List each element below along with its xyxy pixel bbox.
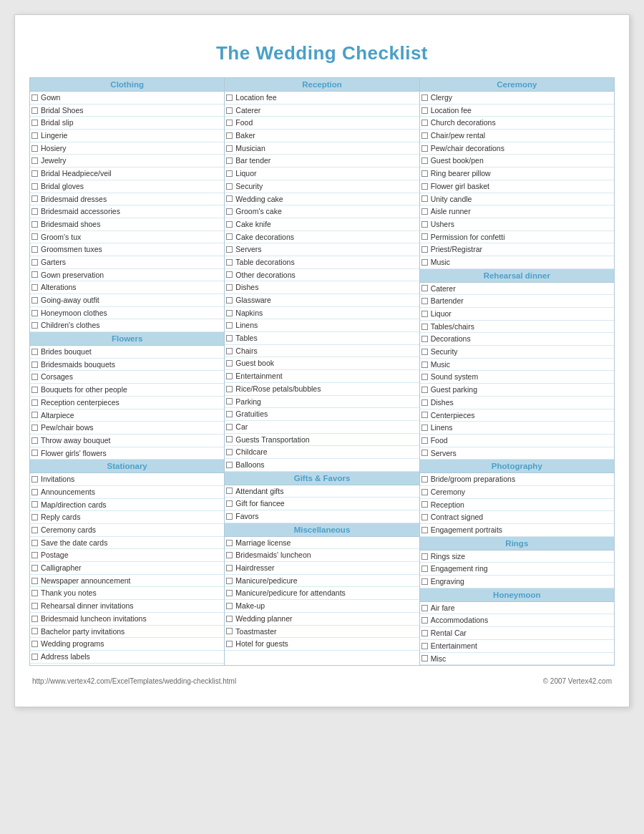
checkbox[interactable] xyxy=(226,513,233,520)
checkbox[interactable] xyxy=(226,271,233,278)
checkbox[interactable] xyxy=(31,514,38,520)
checkbox[interactable] xyxy=(31,527,38,533)
checkbox[interactable] xyxy=(421,514,428,520)
checkbox[interactable] xyxy=(421,145,428,152)
checkbox[interactable] xyxy=(31,233,38,240)
checkbox[interactable] xyxy=(226,233,233,240)
checkbox[interactable] xyxy=(31,145,38,152)
checkbox[interactable] xyxy=(226,578,233,584)
checkbox[interactable] xyxy=(421,349,428,355)
checkbox[interactable] xyxy=(421,246,428,253)
checkbox[interactable] xyxy=(31,628,38,634)
checkbox[interactable] xyxy=(226,246,233,253)
checkbox[interactable] xyxy=(421,501,428,508)
checkbox[interactable] xyxy=(226,183,233,190)
checkbox[interactable] xyxy=(226,590,233,596)
checkbox[interactable] xyxy=(31,362,38,368)
checkbox[interactable] xyxy=(226,322,233,329)
checkbox[interactable] xyxy=(31,450,38,456)
checkbox[interactable] xyxy=(421,107,428,114)
checkbox[interactable] xyxy=(226,107,233,114)
checkbox[interactable] xyxy=(31,565,38,571)
checkbox[interactable] xyxy=(31,221,38,228)
checkbox[interactable] xyxy=(421,450,428,456)
checkbox[interactable] xyxy=(421,489,428,495)
checkbox[interactable] xyxy=(31,552,38,558)
checkbox[interactable] xyxy=(226,310,233,316)
checkbox[interactable] xyxy=(421,553,428,560)
checkbox[interactable] xyxy=(421,170,428,177)
checkbox[interactable] xyxy=(226,208,233,215)
checkbox[interactable] xyxy=(226,449,233,455)
checkbox[interactable] xyxy=(226,360,233,367)
checkbox[interactable] xyxy=(226,436,233,442)
checkbox[interactable] xyxy=(421,208,428,215)
checkbox[interactable] xyxy=(31,297,38,304)
checkbox[interactable] xyxy=(226,297,233,304)
checkbox[interactable] xyxy=(31,616,38,622)
checkbox[interactable] xyxy=(421,183,428,190)
checkbox[interactable] xyxy=(421,605,428,611)
checkbox[interactable] xyxy=(421,374,428,380)
checkbox[interactable] xyxy=(421,578,428,585)
checkbox[interactable] xyxy=(226,488,233,494)
checkbox[interactable] xyxy=(421,527,428,533)
checkbox[interactable] xyxy=(31,374,38,380)
checkbox[interactable] xyxy=(31,437,38,444)
checkbox[interactable] xyxy=(421,285,428,291)
checkbox[interactable] xyxy=(226,284,233,291)
checkbox[interactable] xyxy=(421,566,428,572)
checkbox[interactable] xyxy=(421,336,428,342)
checkbox[interactable] xyxy=(31,94,38,101)
checkbox[interactable] xyxy=(421,399,428,406)
checkbox[interactable] xyxy=(421,617,428,624)
checkbox[interactable] xyxy=(421,120,428,126)
checkbox[interactable] xyxy=(421,132,428,139)
checkbox[interactable] xyxy=(31,349,38,355)
checkbox[interactable] xyxy=(31,246,38,253)
checkbox[interactable] xyxy=(31,641,38,647)
checkbox[interactable] xyxy=(226,259,233,266)
checkbox[interactable] xyxy=(421,298,428,304)
checkbox[interactable] xyxy=(31,170,38,177)
checkbox[interactable] xyxy=(421,425,428,431)
checkbox[interactable] xyxy=(31,259,38,266)
checkbox[interactable] xyxy=(226,335,233,341)
checkbox[interactable] xyxy=(31,412,38,418)
checkbox[interactable] xyxy=(421,643,428,649)
checkbox[interactable] xyxy=(226,170,233,177)
checkbox[interactable] xyxy=(226,500,233,507)
checkbox[interactable] xyxy=(421,362,428,368)
checkbox[interactable] xyxy=(421,324,428,330)
checkbox[interactable] xyxy=(31,322,38,329)
checkbox[interactable] xyxy=(226,565,233,571)
checkbox[interactable] xyxy=(421,311,428,317)
checkbox[interactable] xyxy=(226,94,233,101)
checkbox[interactable] xyxy=(31,476,38,483)
checkbox[interactable] xyxy=(31,183,38,190)
checkbox[interactable] xyxy=(31,120,38,126)
checkbox[interactable] xyxy=(31,501,38,508)
checkbox[interactable] xyxy=(226,348,233,354)
checkbox[interactable] xyxy=(226,132,233,139)
checkbox[interactable] xyxy=(421,387,428,393)
checkbox[interactable] xyxy=(226,120,233,126)
checkbox[interactable] xyxy=(421,655,428,661)
checkbox[interactable] xyxy=(421,221,428,228)
checkbox[interactable] xyxy=(226,462,233,468)
checkbox[interactable] xyxy=(31,132,38,139)
checkbox[interactable] xyxy=(31,387,38,393)
checkbox[interactable] xyxy=(226,411,233,417)
checkbox[interactable] xyxy=(31,425,38,431)
checkbox[interactable] xyxy=(421,195,428,202)
checkbox[interactable] xyxy=(421,94,428,101)
checkbox[interactable] xyxy=(31,310,38,316)
checkbox[interactable] xyxy=(421,157,428,164)
checkbox[interactable] xyxy=(226,641,233,647)
checkbox[interactable] xyxy=(226,424,233,430)
checkbox[interactable] xyxy=(226,398,233,404)
checkbox[interactable] xyxy=(31,603,38,609)
checkbox[interactable] xyxy=(226,540,233,546)
checkbox[interactable] xyxy=(226,195,233,202)
checkbox[interactable] xyxy=(31,540,38,546)
